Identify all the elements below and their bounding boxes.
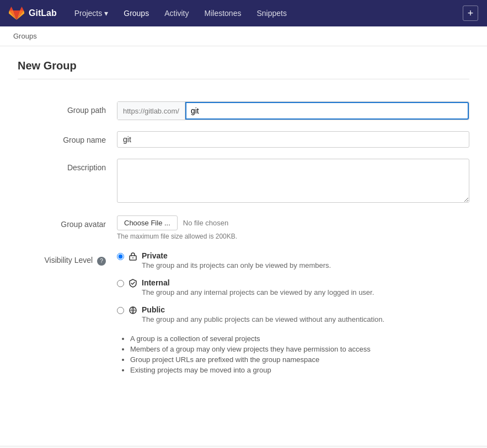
bullet-3: Group project URLs are prefixed with the…	[130, 355, 469, 364]
visibility-row: Visibility Level ?	[18, 251, 469, 376]
gitlab-logo-icon	[9, 6, 24, 21]
file-size-hint: The maximum file size allowed is 200KB.	[117, 233, 469, 240]
group-path-control: https://gitlab.com/	[117, 101, 469, 120]
nav-item-milestones[interactable]: Milestones	[198, 6, 248, 21]
group-avatar-control: Choose File ... No file chosen The maxim…	[117, 215, 469, 240]
nav-item-groups[interactable]: Groups	[117, 6, 156, 21]
visibility-internal-title: Internal	[142, 278, 374, 287]
visibility-options: Private The group and its projects can o…	[117, 251, 469, 323]
group-path-prefix: https://gitlab.com/	[117, 102, 185, 120]
info-bullets: A group is a collection of several proje…	[117, 334, 469, 374]
group-avatar-row: Group avatar Choose File ... No file cho…	[18, 215, 469, 240]
visibility-option-internal: Internal The group and any internal proj…	[117, 278, 469, 296]
group-path-input[interactable]	[185, 102, 469, 120]
bullet-4: Existing projects may be moved into a gr…	[130, 366, 469, 374]
group-name-row: Group name	[18, 131, 469, 148]
group-avatar-label: Group avatar	[18, 215, 117, 229]
group-path-label: Group path	[18, 101, 117, 115]
visibility-label: Visibility Level ?	[18, 251, 117, 266]
visibility-radio-private[interactable]	[117, 253, 124, 260]
visibility-public-desc: The group and any public projects can be…	[142, 315, 384, 323]
brand-name: GitLab	[29, 8, 57, 18]
choose-file-button[interactable]: Choose File ...	[117, 215, 178, 230]
shield-icon	[129, 279, 137, 290]
visibility-private-desc: The group and its projects can only be v…	[142, 261, 331, 269]
svg-point-1	[132, 257, 133, 258]
group-path-input-group: https://gitlab.com/	[117, 101, 469, 120]
nav-item-activity[interactable]: Activity	[158, 6, 195, 21]
navbar: GitLab Projects ▾ Groups Activity Milest…	[0, 0, 487, 26]
chevron-down-icon: ▾	[104, 9, 108, 18]
file-input-wrap: Choose File ... No file chosen	[117, 215, 469, 230]
visibility-option-private: Private The group and its projects can o…	[117, 251, 469, 269]
group-name-input[interactable]	[117, 131, 469, 148]
new-item-button[interactable]: +	[463, 6, 478, 21]
page-title: New Group	[18, 60, 469, 79]
file-chosen-text: No file chosen	[183, 219, 228, 227]
navbar-right: +	[463, 6, 478, 21]
description-row: Description	[18, 159, 469, 204]
submit-bar: Create group	[0, 446, 487, 448]
visibility-internal-desc: The group and any internal projects can …	[142, 288, 374, 296]
group-name-label: Group name	[18, 131, 117, 144]
new-group-form: Group path https://gitlab.com/ Group nam…	[18, 93, 469, 376]
group-path-row: Group path https://gitlab.com/	[18, 101, 469, 120]
bullet-2: Members of a group may only view project…	[130, 345, 469, 353]
visibility-private-title: Private	[142, 251, 331, 260]
visibility-radio-internal[interactable]	[117, 280, 124, 287]
visibility-control: Private The group and its projects can o…	[117, 251, 469, 376]
description-input[interactable]	[117, 159, 469, 203]
group-name-control	[117, 131, 469, 148]
nav-item-projects[interactable]: Projects ▾	[68, 6, 115, 21]
description-control	[117, 159, 469, 204]
visibility-help-icon[interactable]: ?	[97, 257, 106, 266]
nav-item-snippets[interactable]: Snippets	[250, 6, 293, 21]
visibility-radio-public[interactable]	[117, 307, 124, 314]
page-content: New Group Group path https://gitlab.com/…	[0, 46, 487, 446]
visibility-option-public: Public The group and any public projects…	[117, 305, 469, 323]
bullet-1: A group is a collection of several proje…	[130, 334, 469, 343]
globe-icon	[129, 306, 137, 317]
main-nav: Projects ▾ Groups Activity Milestones Sn…	[68, 6, 463, 21]
lock-icon	[129, 252, 137, 263]
visibility-public-title: Public	[142, 305, 384, 314]
description-label: Description	[18, 159, 117, 172]
breadcrumb: Groups	[0, 26, 487, 46]
brand-logo[interactable]: GitLab	[9, 6, 57, 21]
